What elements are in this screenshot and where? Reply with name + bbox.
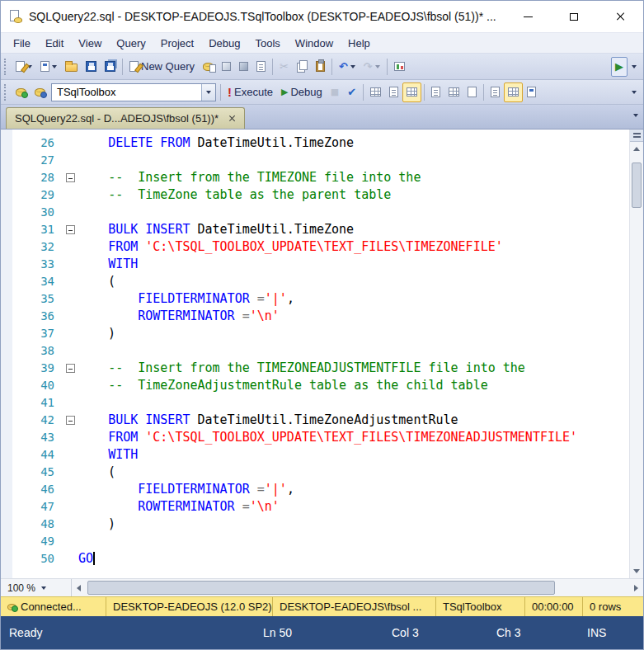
code-text[interactable]: ) — [78, 325, 629, 342]
minimize-button[interactable] — [505, 1, 551, 32]
scroll-left-button[interactable] — [72, 579, 86, 596]
code-text[interactable] — [78, 152, 629, 169]
results-pane-toggle-button[interactable] — [504, 82, 523, 102]
code-line[interactable]: 26 DELETE FROM DateTimeUtil.TimeZone — [12, 134, 629, 152]
indent-button[interactable] — [523, 82, 540, 102]
connect-button[interactable] — [12, 82, 31, 102]
close-button[interactable] — [597, 1, 643, 32]
code-text[interactable]: BULK INSERT DateTimeUtil.TimeZone — [78, 221, 629, 238]
query-options-button[interactable] — [385, 82, 402, 102]
menu-debug[interactable]: Debug — [201, 35, 247, 52]
save-button[interactable] — [82, 57, 101, 77]
database-combo-dropdown[interactable] — [201, 84, 215, 101]
code-text[interactable]: FIELDTERMINATOR ='|', — [78, 481, 629, 498]
database-engine-query-button[interactable] — [199, 57, 218, 77]
menu-project[interactable]: Project — [153, 35, 201, 52]
code-text[interactable] — [78, 204, 629, 221]
paste-button[interactable] — [312, 57, 329, 77]
code-line[interactable]: 30 — [12, 204, 629, 221]
code-line[interactable]: 43 FROM 'C:\TSQL_TOOLBOX_UPDATE\TEXT_FIL… — [12, 429, 629, 446]
code-text[interactable] — [78, 394, 629, 412]
new-query-split-button[interactable] — [12, 57, 36, 77]
available-databases-combo[interactable]: TSqlToolbox — [51, 83, 216, 101]
code-line[interactable]: 45 ( — [12, 464, 629, 481]
code-editor[interactable]: 26 DELETE FROM DateTimeUtil.TimeZone2728… — [1, 130, 643, 578]
mdx-query-button[interactable] — [218, 57, 235, 77]
code-line[interactable]: 28 -- Insert from the TIMEZONE file into… — [12, 169, 629, 186]
cut-button[interactable]: ✂ — [275, 57, 293, 77]
vertical-scroll-track[interactable] — [630, 156, 643, 564]
stop-button[interactable]: ■ — [327, 82, 343, 102]
code-line[interactable]: 48 ) — [12, 516, 629, 533]
code-line[interactable]: 39 -- Insert from the TIMEZONEADJUSTMENT… — [12, 360, 629, 377]
code-text[interactable]: ( — [78, 464, 629, 481]
code-text[interactable] — [78, 533, 629, 550]
xmla-query-button[interactable] — [252, 57, 270, 77]
scroll-up-button[interactable] — [630, 142, 643, 156]
code-line[interactable]: 27 — [12, 152, 629, 169]
code-text[interactable]: ROWTERMINATOR ='\n' — [78, 308, 629, 325]
zoom-control[interactable]: 100 % — [1, 579, 72, 596]
menu-file[interactable]: File — [6, 35, 38, 52]
code-text[interactable]: FROM 'C:\TSQL_TOOLBOX_UPDATE\TEXT_FILES\… — [78, 429, 629, 446]
code-text[interactable]: BULK INSERT DateTimeUtil.TimeZoneAdjustm… — [78, 412, 629, 429]
results-to-text-button[interactable] — [427, 82, 444, 102]
code-text[interactable]: DELETE FROM DateTimeUtil.TimeZone — [78, 134, 629, 152]
code-line[interactable]: 47 ROWTERMINATOR ='\n' — [12, 498, 629, 516]
code-line[interactable]: 41 — [12, 394, 629, 412]
code-text[interactable]: WITH — [78, 446, 629, 464]
code-text[interactable]: -- TimeZoneAdjustmentRule table as the c… — [78, 377, 629, 394]
intellisense-toggle-button[interactable] — [402, 82, 421, 102]
execute-button[interactable]: !Execute — [223, 82, 277, 102]
results-to-file-button[interactable] — [463, 82, 481, 102]
undo-button[interactable]: ↶ — [335, 57, 360, 77]
scroll-down-button[interactable] — [630, 564, 643, 578]
code-line[interactable]: 44 WITH — [12, 446, 629, 464]
fold-collapse-icon[interactable] — [66, 364, 75, 373]
fold-collapse-icon[interactable] — [66, 225, 75, 234]
activity-monitor-button[interactable] — [390, 57, 409, 77]
toolbar-overflow-button[interactable] — [628, 82, 641, 102]
save-all-button[interactable] — [101, 57, 120, 77]
code-line[interactable]: 46 FIELDTERMINATOR ='|', — [12, 481, 629, 498]
new-query-button[interactable]: New Query — [125, 57, 199, 77]
vertical-scroll-thumb[interactable] — [632, 162, 642, 208]
fold-collapse-icon[interactable] — [66, 173, 75, 182]
code-line[interactable]: 36 ROWTERMINATOR ='\n' — [12, 308, 629, 325]
dmx-query-button[interactable] — [235, 57, 252, 77]
toolbar-drag-handle[interactable] — [4, 84, 8, 101]
vertical-scrollbar[interactable] — [629, 130, 643, 578]
menu-window[interactable]: Window — [288, 35, 341, 52]
horizontal-scroll-track[interactable] — [86, 579, 629, 596]
code-line[interactable]: 50GO — [12, 550, 629, 568]
fold-collapse-icon[interactable] — [66, 416, 75, 425]
add-item-split-button[interactable] — [36, 57, 61, 77]
code-line[interactable]: 35 FIELDTERMINATOR ='|', — [12, 290, 629, 308]
code-line[interactable]: 38 — [12, 342, 629, 360]
code-line[interactable]: 32 FROM 'C:\TSQL_TOOLBOX_UPDATE\TEXT_FIL… — [12, 238, 629, 256]
menu-tools[interactable]: Tools — [248, 35, 288, 52]
debug-button[interactable]: ▶Debug — [277, 82, 327, 102]
code-text[interactable]: -- Insert from the TIMEZONE file into th… — [78, 169, 629, 186]
open-file-button[interactable] — [61, 57, 82, 77]
code-text[interactable]: GO — [78, 550, 629, 568]
code-line[interactable]: 29 -- TimeZone table as the parent table — [12, 186, 629, 204]
code-text[interactable]: ( — [78, 273, 629, 290]
tab-close-icon[interactable] — [228, 115, 236, 122]
maximize-button[interactable] — [551, 1, 597, 32]
toolbar-drag-handle[interactable] — [4, 59, 8, 75]
redo-button[interactable]: ↷ — [360, 57, 384, 77]
code-line[interactable]: 33 WITH — [12, 256, 629, 273]
code-line[interactable]: 40 -- TimeZoneAdjustmentRule table as th… — [12, 377, 629, 394]
code-text[interactable]: ) — [78, 516, 629, 533]
horizontal-scroll-thumb[interactable] — [87, 581, 555, 595]
change-connection-button[interactable] — [31, 82, 49, 102]
code-text[interactable]: FIELDTERMINATOR ='|', — [78, 290, 629, 308]
code-text[interactable]: WITH — [78, 256, 629, 273]
code-line[interactable]: 49 — [12, 533, 629, 550]
start-button[interactable]: ▶ — [611, 57, 628, 77]
code-area[interactable]: 26 DELETE FROM DateTimeUtil.TimeZone2728… — [1, 130, 629, 578]
menu-view[interactable]: View — [71, 35, 109, 52]
code-line[interactable]: 42 BULK INSERT DateTimeUtil.TimeZoneAdju… — [12, 412, 629, 429]
parse-button[interactable]: ✔ — [343, 82, 360, 102]
